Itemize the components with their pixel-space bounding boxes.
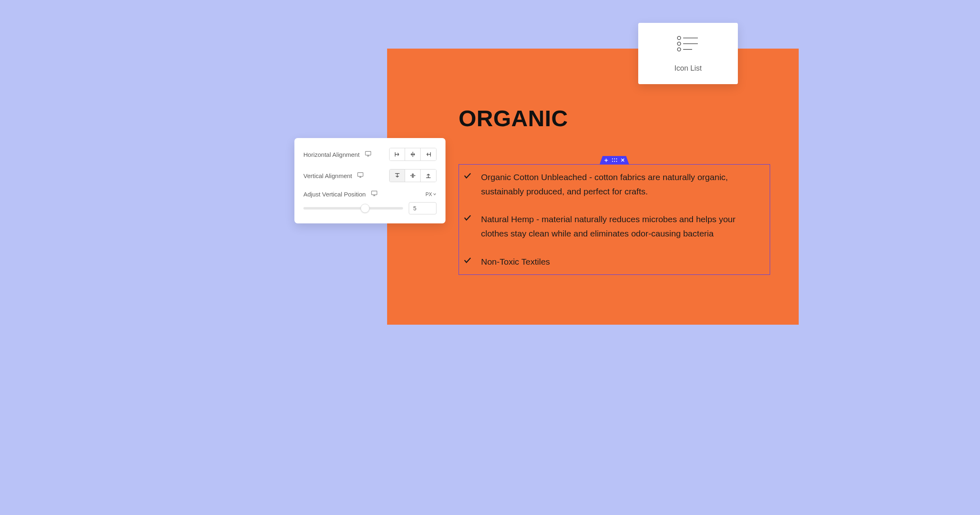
svg-point-31 bbox=[677, 36, 681, 40]
unit-label: PX bbox=[425, 192, 432, 197]
slider-thumb[interactable] bbox=[361, 204, 370, 213]
icon-list-widget-wrapper: Organic Cotton Unbleached - cotton fabri… bbox=[459, 164, 770, 275]
horizontal-alignment-row: Horizontal Alignment bbox=[303, 148, 437, 161]
unit-dropdown[interactable]: PX bbox=[425, 192, 437, 197]
horizontal-alignment-label: Horizontal Alignment bbox=[303, 151, 360, 158]
horizontal-align-group bbox=[389, 148, 437, 161]
check-icon bbox=[463, 170, 472, 182]
align-right-button[interactable] bbox=[421, 148, 436, 161]
svg-point-35 bbox=[677, 48, 681, 51]
adjust-vertical-row: Adjust Vertical Position PX bbox=[303, 190, 437, 198]
vertical-align-group bbox=[389, 169, 437, 182]
check-icon bbox=[463, 212, 472, 224]
desktop-icon[interactable] bbox=[371, 190, 378, 198]
svg-point-4 bbox=[616, 158, 617, 159]
vertical-alignment-row: Vertical Alignment bbox=[303, 169, 437, 182]
align-bottom-button[interactable] bbox=[421, 169, 436, 182]
desktop-icon[interactable] bbox=[365, 151, 372, 158]
plus-icon[interactable] bbox=[604, 158, 608, 163]
svg-rect-28 bbox=[371, 191, 376, 195]
svg-rect-19 bbox=[358, 172, 363, 176]
widget-card-label: Icon List bbox=[674, 64, 702, 73]
align-left-button[interactable] bbox=[390, 148, 405, 161]
icon-list-icon bbox=[676, 35, 700, 54]
svg-point-2 bbox=[612, 158, 613, 159]
svg-point-33 bbox=[677, 42, 681, 45]
alignment-control-panel: Horizontal Alignment Vertical Alignme bbox=[294, 138, 445, 223]
align-top-button[interactable] bbox=[390, 169, 405, 182]
list-item: Organic Cotton Unbleached - cotton fabri… bbox=[463, 170, 762, 198]
icon-list-widget[interactable]: Organic Cotton Unbleached - cotton fabri… bbox=[459, 164, 770, 275]
canvas-panel: ORGANIC bbox=[387, 49, 799, 325]
svg-rect-10 bbox=[365, 151, 370, 155]
vertical-position-input[interactable] bbox=[409, 202, 437, 214]
desktop-icon[interactable] bbox=[357, 172, 364, 180]
widget-toolbar bbox=[600, 156, 629, 164]
align-center-button[interactable] bbox=[405, 148, 421, 161]
list-item-text: Non-Toxic Textiles bbox=[481, 255, 762, 269]
slider-row bbox=[303, 202, 437, 214]
check-icon bbox=[463, 255, 472, 266]
list-item-text: Organic Cotton Unbleached - cotton fabri… bbox=[481, 170, 762, 198]
vertical-position-slider[interactable] bbox=[303, 207, 403, 210]
drag-handle-icon[interactable] bbox=[612, 158, 617, 162]
list-item-text: Natural Hemp - material naturally reduce… bbox=[481, 212, 762, 241]
align-middle-button[interactable] bbox=[405, 169, 421, 182]
icon-list-widget-card[interactable]: Icon List bbox=[638, 23, 738, 84]
svg-point-3 bbox=[614, 158, 615, 159]
close-icon[interactable] bbox=[621, 158, 625, 162]
vertical-alignment-label: Vertical Alignment bbox=[303, 172, 352, 179]
adjust-vertical-label: Adjust Vertical Position bbox=[303, 191, 366, 198]
svg-point-7 bbox=[616, 161, 617, 162]
svg-point-6 bbox=[614, 161, 615, 162]
list-item: Non-Toxic Textiles bbox=[463, 255, 762, 269]
svg-point-5 bbox=[612, 161, 613, 162]
list-item: Natural Hemp - material naturally reduce… bbox=[463, 212, 762, 241]
page-heading: ORGANIC bbox=[459, 105, 770, 132]
